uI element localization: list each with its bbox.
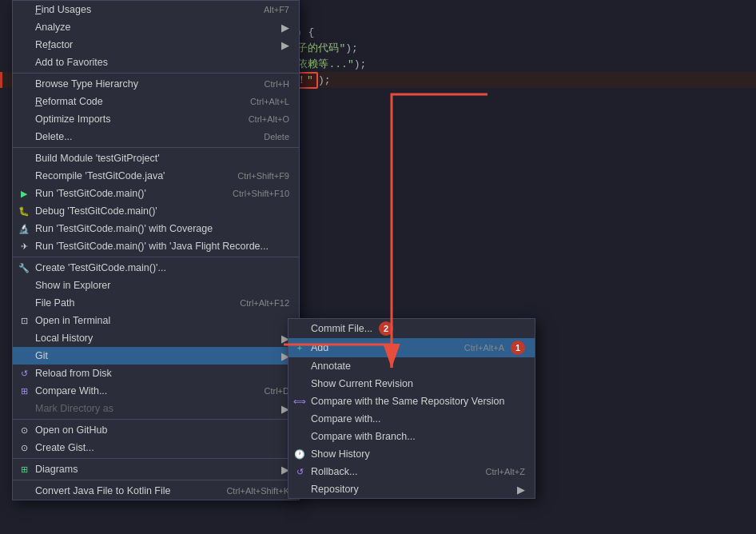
commit-file-label: Commit File... xyxy=(311,323,372,334)
compare-same-item[interactable]: ⟺ Compare with the Same Repository Versi… xyxy=(288,393,535,410)
show-current-item[interactable]: Show Current Revision xyxy=(288,375,535,393)
create-gist-item[interactable]: ⊙ Create Gist... xyxy=(13,439,299,456)
run-flight-item[interactable]: ✈ Run 'TestGitCode.main()' with 'Java Fl… xyxy=(13,237,299,255)
history-icon: 🕐 xyxy=(293,449,306,460)
repository-arrow: ▶ xyxy=(517,484,525,496)
reformat-label: Reformat Code xyxy=(35,96,103,107)
add-item[interactable]: + Add Ctrl+Alt+A 1 xyxy=(288,338,535,357)
mark-dir-label: Mark Directory as xyxy=(35,403,113,414)
debug-item[interactable]: 🐛 Debug 'TestGitCode.main()' xyxy=(13,202,299,220)
annotate-item[interactable]: Annotate xyxy=(288,357,535,375)
analyze-label: Analyze xyxy=(35,22,70,33)
flight-icon: ✈ xyxy=(18,241,30,252)
rollback-item[interactable]: ↺ Rollback... Ctrl+Alt+Z xyxy=(288,463,535,480)
reload-label: Reload from Disk xyxy=(35,368,112,379)
git-item[interactable]: Git ▶ xyxy=(13,347,299,365)
sep5 xyxy=(13,458,299,459)
rollback-icon: ↺ xyxy=(293,467,306,477)
refactor-arrow: ▶ xyxy=(281,39,289,51)
reload-item[interactable]: ↺ Reload from Disk xyxy=(13,365,299,382)
reload-icon: ↺ xyxy=(18,369,30,379)
find-usages-shortcut: Alt+F7 xyxy=(248,5,289,14)
find-usages-item[interactable]: Find Usages Alt+F7 xyxy=(13,1,299,18)
file-path-item[interactable]: File Path Ctrl+Alt+F12 xyxy=(13,294,299,312)
compare-with-sub-item[interactable]: Compare with... xyxy=(288,410,535,428)
run-label: Run 'TestGitCode.main()' xyxy=(35,188,146,199)
commit-badge: 2 xyxy=(379,321,393,336)
convert-shortcut: Ctrl+Alt+Shift+K xyxy=(210,486,289,496)
analyze-arrow: ▶ xyxy=(281,22,289,34)
recompile-shortcut: Ctrl+Shift+F9 xyxy=(221,171,289,181)
compare-same-label: Compare with the Same Repository Version xyxy=(311,396,504,407)
add-favorites-label: Add to Favorites xyxy=(35,57,108,68)
add-shortcut: Ctrl+Alt+A xyxy=(448,343,504,353)
build-module-item[interactable]: Build Module 'testGitProject' xyxy=(13,149,299,167)
run-shortcut: Ctrl+Shift+F10 xyxy=(217,189,289,198)
create-item[interactable]: 🔧 Create 'TestGitCode.main()'... xyxy=(13,259,299,277)
refactor-label: Refactor xyxy=(35,39,73,50)
refactor-item[interactable]: Refactor ▶ xyxy=(13,36,299,54)
diagrams-label: Diagrams xyxy=(35,464,78,475)
run-item[interactable]: ▶ Run 'TestGitCode.main()' Ctrl+Shift+F1… xyxy=(13,185,299,202)
main-context-menu: Find Usages Alt+F7 Analyze ▶ Refactor ▶ … xyxy=(12,0,300,500)
browse-type-item[interactable]: Browse Type Hierarchy Ctrl+H xyxy=(13,75,299,93)
compare-with-item[interactable]: ⊞ Compare With... Ctrl+D xyxy=(13,382,299,400)
recompile-item[interactable]: Recompile 'TestGitCode.java' Ctrl+Shift+… xyxy=(13,167,299,185)
compare-with-sub-label: Compare with... xyxy=(311,413,381,424)
commit-file-item[interactable]: Commit File... 2 xyxy=(288,319,535,338)
reformat-item[interactable]: Reformat Code Ctrl+Alt+L xyxy=(13,93,299,110)
create-icon: 🔧 xyxy=(18,263,30,273)
local-history-item[interactable]: Local History ▶ xyxy=(13,329,299,347)
file-path-shortcut: Ctrl+Alt+F12 xyxy=(224,298,289,308)
compare-same-icon: ⟺ xyxy=(293,397,306,407)
repository-item[interactable]: Repository ▶ xyxy=(288,480,535,498)
github-icon: ⊙ xyxy=(18,425,30,436)
create-gist-label: Create Gist... xyxy=(35,442,94,453)
add-favorites-item[interactable]: Add to Favorites xyxy=(13,54,299,71)
sep2 xyxy=(13,147,299,148)
terminal-icon: ⊡ xyxy=(18,316,30,326)
annotate-label: Annotate xyxy=(311,361,351,372)
build-module-label: Build Module 'testGitProject' xyxy=(35,153,160,164)
gist-icon: ⊙ xyxy=(18,443,30,453)
diagram-icon: ⊞ xyxy=(18,464,30,475)
compare-with-shortcut: Ctrl+D xyxy=(249,386,289,396)
debug-icon: 🐛 xyxy=(18,206,30,217)
sep4 xyxy=(13,419,299,420)
run-coverage-item[interactable]: 🔬 Run 'TestGitCode.main()' with Coverage xyxy=(13,220,299,237)
sep3 xyxy=(13,257,299,257)
debug-label: Debug 'TestGitCode.main()' xyxy=(35,205,157,217)
delete-shortcut: Delete xyxy=(248,132,289,141)
show-history-item[interactable]: 🕐 Show History xyxy=(288,445,535,463)
repository-label: Repository xyxy=(311,484,359,495)
show-current-label: Show Current Revision xyxy=(311,378,413,389)
optimize-label: Optimize Imports xyxy=(35,114,110,125)
local-history-label: Local History xyxy=(35,333,93,344)
compare-icon: ⊞ xyxy=(18,386,30,397)
coverage-icon: 🔬 xyxy=(18,224,30,234)
optimize-item[interactable]: Optimize Imports Ctrl+Alt+O xyxy=(13,110,299,128)
show-explorer-item[interactable]: Show in Explorer xyxy=(13,277,299,294)
create-label: Create 'TestGitCode.main()'... xyxy=(35,262,166,273)
show-history-label: Show History xyxy=(311,448,370,460)
find-usages-label: Find Usages xyxy=(35,4,91,15)
run-icon: ▶ xyxy=(18,189,30,199)
diagrams-item[interactable]: ⊞ Diagrams ▶ xyxy=(13,460,299,478)
file-path-label: File Path xyxy=(35,297,74,309)
convert-item[interactable]: Convert Java File to Kotlin File Ctrl+Al… xyxy=(13,482,299,500)
compare-with-label: Compare With... xyxy=(35,385,107,397)
open-terminal-item[interactable]: ⊡ Open in Terminal xyxy=(13,312,299,329)
recompile-label: Recompile 'TestGitCode.java' xyxy=(35,170,165,181)
delete-item[interactable]: Delete... Delete xyxy=(13,128,299,145)
mark-dir-item: Mark Directory as ▶ xyxy=(13,400,299,417)
show-explorer-label: Show in Explorer xyxy=(35,280,111,291)
compare-branch-item[interactable]: Compare with Branch... xyxy=(288,428,535,445)
sep6 xyxy=(13,480,299,480)
analyze-item[interactable]: Analyze ▶ xyxy=(13,18,299,36)
browse-type-shortcut: Ctrl+H xyxy=(249,79,289,89)
plus-icon: + xyxy=(293,343,306,353)
open-github-item[interactable]: ⊙ Open on GitHub xyxy=(13,421,299,439)
open-github-label: Open on GitHub xyxy=(35,424,107,436)
browse-type-label: Browse Type Hierarchy xyxy=(35,78,138,90)
rollback-shortcut: Ctrl+Alt+Z xyxy=(469,467,525,476)
